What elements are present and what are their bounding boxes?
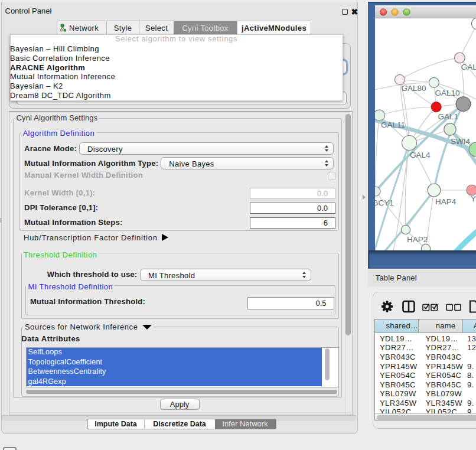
svg-text:GAL: GAL xyxy=(461,63,476,71)
svg-text:HAP4: HAP4 xyxy=(435,197,457,206)
svg-text:SWI4: SWI4 xyxy=(451,137,470,146)
svg-text:GAL1: GAL1 xyxy=(438,112,459,121)
svg-text:GCY1: GCY1 xyxy=(375,198,394,207)
svg-text:GAL80: GAL80 xyxy=(402,84,426,93)
svg-text:Y: Y xyxy=(471,194,476,203)
svg-text:GAL10: GAL10 xyxy=(435,89,460,97)
svg-text:HAP2: HAP2 xyxy=(407,235,428,244)
svg-text:GAL11: GAL11 xyxy=(381,120,405,129)
svg-text:GAL4: GAL4 xyxy=(410,151,431,159)
